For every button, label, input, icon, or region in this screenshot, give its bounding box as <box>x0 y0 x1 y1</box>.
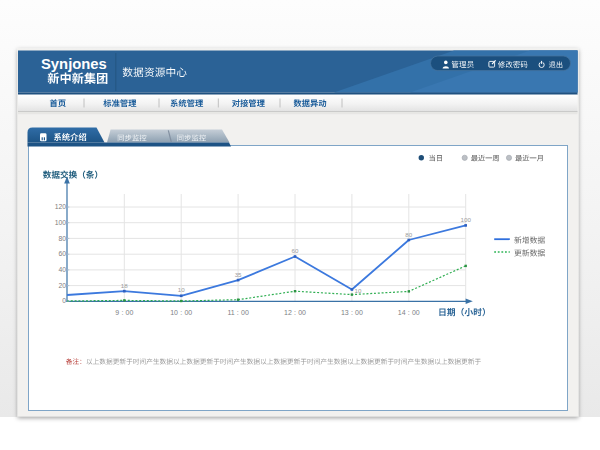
svg-text:12:00: 12:00 <box>284 309 306 316</box>
svg-text:35: 35 <box>235 271 242 278</box>
svg-text:60: 60 <box>58 250 66 257</box>
svg-text:40: 40 <box>58 266 66 273</box>
svg-text:80: 80 <box>405 231 412 238</box>
svg-text:100: 100 <box>55 219 67 226</box>
svg-text:100: 100 <box>461 216 472 223</box>
svg-text:10: 10 <box>355 287 362 294</box>
svg-text:14:00: 14:00 <box>398 309 420 316</box>
svg-text:10:00: 10:00 <box>170 309 192 316</box>
svg-text:0: 0 <box>62 297 66 304</box>
svg-text:120: 120 <box>55 203 67 210</box>
svg-text:11:00: 11:00 <box>227 309 249 316</box>
svg-text:60: 60 <box>292 247 299 254</box>
svg-text:10: 10 <box>178 286 185 293</box>
svg-text:80: 80 <box>58 235 66 242</box>
svg-text:18: 18 <box>121 282 128 289</box>
svg-text:20: 20 <box>58 282 66 289</box>
svg-text:13:00: 13:00 <box>341 309 363 316</box>
svg-text:Synjones: Synjones <box>41 56 107 72</box>
